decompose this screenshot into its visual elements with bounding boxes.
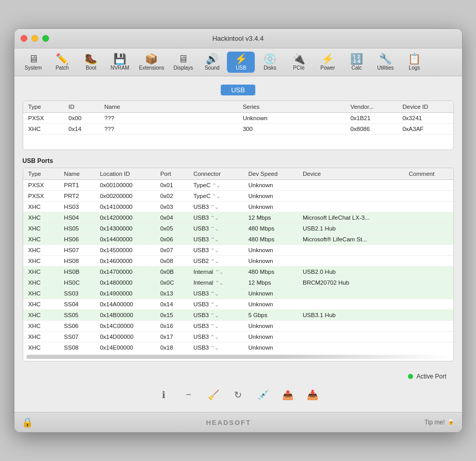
cell-2: 0x14E00000 — [95, 342, 155, 353]
ports-table-container[interactable]: Type Name Location ID Port Connector Dev… — [23, 168, 453, 353]
cell-1: SS06 — [59, 321, 95, 332]
toolbar: 🖥 System ✏️ Patch 🥾 Boot 💾 NVRAM 📦 Exten… — [14, 48, 462, 76]
cell-6: USB2.1 Hub — [298, 223, 404, 234]
brand-label: HEADSOFT — [33, 419, 424, 426]
cell-7 — [404, 234, 453, 245]
cell-3: 0x02 — [155, 191, 188, 202]
sound-label: Sound — [205, 65, 220, 71]
toolbar-utilities[interactable]: 🔧 Utilities — [371, 52, 399, 73]
clean-button[interactable]: 🧹 — [206, 389, 221, 401]
sound-icon: 🔊 — [206, 54, 219, 64]
toolbar-disks[interactable]: 💿 Disks — [256, 52, 284, 73]
toolbar-calc[interactable]: 🔢 Calc — [342, 52, 370, 73]
table-row[interactable]: XHCSS050x14B000000x15USB3 ⌃⌄5 GbpsUSB3.1… — [23, 310, 453, 321]
toolbar-usb[interactable]: ⚡ USB — [227, 52, 255, 73]
table-row[interactable]: XHCHS0C0x148000000x0CInternal ⌃⌄12 MbpsB… — [23, 277, 453, 288]
logs-icon: 📋 — [408, 54, 421, 64]
cell-1: SS08 — [59, 342, 95, 353]
toolbar-system[interactable]: 🖥 System — [20, 52, 47, 73]
cell-3: 0x17 — [155, 332, 188, 342]
minimize-button[interactable] — [31, 35, 38, 42]
table-row[interactable]: XHCHS030x141000000x03USB3 ⌃⌄Unknown — [23, 202, 453, 212]
inject-button[interactable]: 💉 — [256, 389, 270, 401]
table-row[interactable]: XHCSS040x14A000000x14USB3 ⌃⌄Unknown — [23, 299, 453, 310]
table-row[interactable]: XHC 0x14 ??? 300 0x8086 0xA3AF — [23, 123, 453, 134]
cell-2: 0x14500000 — [95, 245, 155, 256]
cell-6 — [298, 342, 404, 353]
refresh-button[interactable]: ↻ — [231, 389, 245, 401]
cell-2: 0x14700000 — [95, 267, 155, 277]
cell-0: XHC — [23, 234, 59, 245]
toolbar-nvram[interactable]: 💾 NVRAM — [106, 52, 134, 73]
cell-4: USB3 ⌃⌄ — [188, 321, 243, 332]
cell-0: XHC — [23, 245, 59, 256]
ports-col-speed: Dev Speed — [243, 168, 298, 180]
table-row[interactable]: XHCHS080x146000000x08USB2 ⌃⌄Unknown — [23, 256, 453, 267]
pcie-icon: 🔌 — [292, 54, 305, 64]
tip-area[interactable]: Tip me! 🍺 — [424, 419, 455, 426]
cell-2: 0x14100000 — [95, 202, 155, 212]
cell-1: HS04 — [59, 212, 95, 223]
table-row[interactable]: XHCHS060x144000000x06USB3 ⌃⌄480 MbpsMicr… — [23, 234, 453, 245]
cell-2: 0x14900000 — [95, 288, 155, 299]
cell-7 — [404, 310, 453, 321]
cell-1: HS06 — [59, 234, 95, 245]
cell-0: XHC — [23, 332, 59, 342]
cell-6: USB3.1 Hub — [298, 310, 404, 321]
table-row[interactable]: XHCHS040x142000000x04USB3 ⌃⌄12 MbpsMicro… — [23, 212, 453, 223]
table-row[interactable]: XHCHS0B0x147000000x0BInternal ⌃⌄480 Mbps… — [23, 267, 453, 277]
table-row[interactable]: PXSX 0x00 ??? Unknown 0x1B21 0x3241 — [23, 112, 453, 123]
col-id: ID — [63, 101, 99, 113]
cell-6: BRCM20702 Hub — [298, 277, 404, 288]
table-row[interactable]: PXSXPRT20x002000000x02TypeC ⌃⌄Unknown — [23, 191, 453, 202]
remove-button[interactable]: − — [182, 389, 196, 401]
toolbar-displays[interactable]: 🖥 Displays — [169, 52, 197, 73]
logs-label: Logs — [409, 65, 420, 71]
table-row[interactable]: XHCSS070x14D000000x17USB3 ⌃⌄Unknown — [23, 332, 453, 342]
section-header: USB — [23, 85, 454, 95]
horizontal-scrollbar[interactable] — [26, 355, 450, 359]
cell-2: 0x14200000 — [95, 212, 155, 223]
lock-icon[interactable]: 🔒 — [22, 417, 33, 428]
import-button[interactable]: 📥 — [305, 389, 320, 401]
info-button[interactable]: ℹ — [157, 389, 171, 401]
toolbar-patch[interactable]: ✏️ Patch — [48, 52, 76, 73]
table-row[interactable]: XHCSS080x14E000000x18USB3 ⌃⌄Unknown — [23, 342, 453, 353]
cell-2: 0x14400000 — [95, 234, 155, 245]
cell-3: 0x0C — [155, 277, 188, 288]
cell-6: USB2.0 Hub — [298, 267, 404, 277]
displays-icon: 🖥 — [178, 54, 188, 64]
close-button[interactable] — [21, 35, 27, 42]
maximize-button[interactable] — [42, 35, 49, 42]
toolbar-sound[interactable]: 🔊 Sound — [198, 52, 226, 73]
cell-6 — [298, 245, 404, 256]
row-type: PXSX — [23, 112, 63, 123]
cell-5: Unknown — [243, 191, 298, 202]
boot-label: Boot — [86, 65, 96, 71]
pcie-label: PCIe — [293, 65, 304, 71]
toolbar-pcie[interactable]: 🔌 PCIe — [285, 52, 313, 73]
cell-6 — [298, 299, 404, 310]
table-row[interactable]: XHCSS030x149000000x13USB3 ⌃⌄Unknown — [23, 288, 453, 299]
ports-col-device: Device — [298, 168, 404, 180]
table-row[interactable]: PXSXPRT10x001000000x01TypeC ⌃⌄Unknown — [23, 180, 453, 191]
cell-1: HS05 — [59, 223, 95, 234]
row-series: Unknown — [140, 112, 346, 123]
table-row[interactable]: XHCSS060x14C000000x16USB3 ⌃⌄Unknown — [23, 321, 453, 332]
export-button[interactable]: 📤 — [281, 389, 295, 401]
table-row[interactable]: XHCHS050x143000000x05USB3 ⌃⌄480 MbpsUSB2… — [23, 223, 453, 234]
toolbar-boot[interactable]: 🥾 Boot — [77, 52, 105, 73]
ports-col-type: Type — [23, 168, 59, 180]
toolbar-logs[interactable]: 📋 Logs — [400, 52, 428, 73]
cell-4: USB2 ⌃⌄ — [188, 256, 243, 267]
action-bar: ℹ − 🧹 ↻ 💉 📤 📥 — [23, 384, 454, 404]
table-row[interactable]: XHCHS070x145000000x07USB3 ⌃⌄Unknown — [23, 245, 453, 256]
patch-label: Patch — [56, 65, 69, 71]
cell-3: 0x03 — [155, 202, 188, 212]
cell-1: PRT1 — [59, 180, 95, 191]
bottom-bar: Active Port — [23, 369, 454, 384]
active-port-indicator: Active Port — [408, 373, 446, 380]
extensions-icon: 📦 — [145, 54, 158, 64]
toolbar-power[interactable]: ⚡ Power — [314, 52, 341, 73]
toolbar-extensions[interactable]: 📦 Extensions — [135, 52, 169, 73]
